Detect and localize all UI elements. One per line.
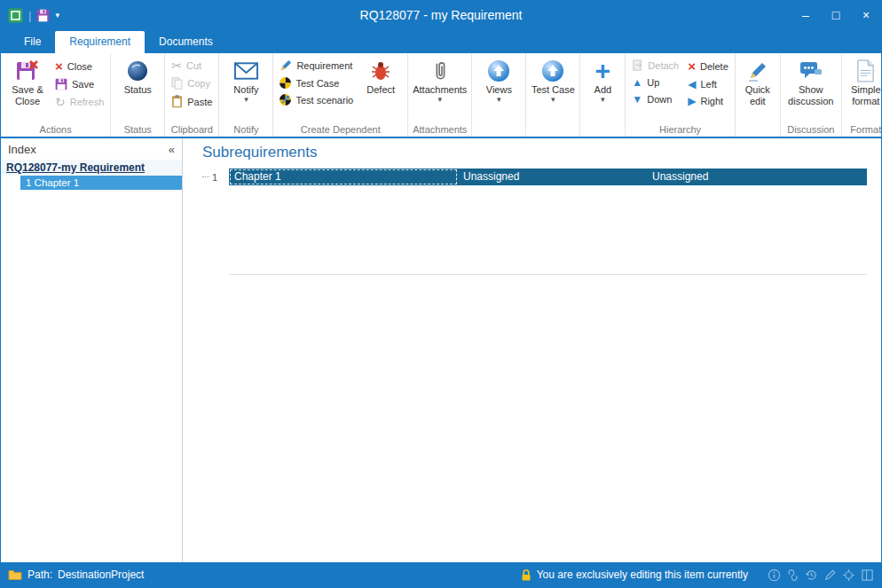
group-label-views	[475, 124, 523, 137]
section-divider	[229, 274, 867, 275]
detach-label: Detach	[648, 60, 679, 71]
show-discussion-button[interactable]: Show discussion	[784, 55, 839, 107]
tree-line	[202, 176, 209, 177]
delete-label: Delete	[700, 61, 728, 72]
window-controls: – □ ×	[791, 1, 881, 29]
create-requirement-label: Requirement	[296, 60, 352, 71]
group-label-test-case	[529, 124, 577, 137]
create-test-case-label: Test Case	[295, 78, 339, 89]
quick-save-icon[interactable]	[36, 9, 50, 22]
quick-edit-button[interactable]: Quick edit	[738, 55, 777, 107]
sidebar-title: Index	[8, 143, 36, 156]
ribbon-group-create-dependent: Requirement Test Case Test scenario	[273, 53, 408, 137]
edit-pen-icon[interactable]	[823, 568, 837, 582]
move-down-button[interactable]: ▼ Down	[628, 92, 682, 106]
paste-button[interactable]: Paste	[168, 93, 216, 110]
window-title: RQ128077 - my Requirement	[1, 8, 881, 22]
group-label-add	[583, 124, 622, 137]
ribbon: Save & Close × Close Save ↻	[1, 53, 881, 138]
row-index-number: 1	[212, 172, 217, 183]
group-label-create-dependent: Create Dependent	[276, 124, 405, 137]
views-button[interactable]: Views ▾	[475, 55, 523, 105]
history-icon[interactable]	[805, 568, 818, 582]
copy-button[interactable]: Copy	[168, 75, 216, 91]
views-dropdown-icon: ▾	[497, 96, 501, 104]
layout-icon[interactable]	[861, 568, 874, 582]
create-test-case-button[interactable]: Test Case	[276, 75, 357, 90]
close-button[interactable]: ×	[851, 1, 881, 29]
lock-icon	[521, 568, 532, 582]
quick-access-toolbar: | ▾	[1, 8, 59, 23]
defect-icon	[369, 58, 392, 84]
save-label: Save	[72, 79, 94, 90]
minimize-button[interactable]: –	[791, 1, 821, 29]
simple-format-button[interactable]: Simple format	[845, 55, 881, 107]
path-value[interactable]: DestinationProject	[58, 568, 144, 581]
tab-file[interactable]: File	[10, 31, 55, 53]
add-button[interactable]: + Add ▾	[583, 55, 622, 105]
up-label: Up	[647, 77, 659, 88]
close-item-icon: ×	[55, 59, 63, 73]
lock-message: You are exclusively editing this item cu…	[537, 568, 748, 581]
row-status-cell[interactable]: Unassigned	[647, 169, 867, 185]
attachments-dropdown-icon: ▾	[438, 96, 443, 104]
delete-button[interactable]: × Delete	[684, 58, 732, 74]
move-up-button[interactable]: ▲ Up	[628, 75, 682, 90]
group-label-status: Status	[114, 124, 161, 137]
sidebar-collapse-icon[interactable]: «	[169, 143, 175, 156]
titlebar: | ▾ RQ128077 - my Requirement – □ ×	[1, 1, 881, 29]
subrequirement-row[interactable]: 1 Chapter 1 Unassigned Unassigned	[202, 169, 867, 185]
attachments-label: Attachments	[413, 84, 467, 96]
right-label: Right	[700, 96, 723, 106]
add-dropdown-icon: ▾	[601, 96, 605, 104]
tree-child-item[interactable]: 1 Chapter 1	[20, 176, 182, 190]
refresh-button[interactable]: ↻ Refresh	[51, 94, 107, 110]
qat-separator: |	[28, 9, 31, 22]
info-icon[interactable]	[768, 568, 781, 582]
create-defect-button[interactable]: Defect	[357, 55, 405, 97]
save-and-close-button[interactable]: Save & Close	[4, 55, 51, 107]
down-arrow-icon: ▼	[632, 94, 642, 105]
down-label: Down	[647, 94, 672, 105]
test-case-dropdown-icon: ▾	[551, 96, 555, 104]
left-arrow-icon: ◀	[688, 79, 696, 90]
delete-icon: ×	[688, 59, 696, 73]
qat-dropdown-icon[interactable]: ▾	[55, 12, 59, 20]
maximize-button[interactable]: □	[821, 1, 851, 29]
link-icon[interactable]	[786, 568, 799, 582]
save-and-close-icon	[16, 58, 39, 84]
create-requirement-button[interactable]: Requirement	[276, 58, 357, 74]
close-item-label: Close	[67, 61, 92, 72]
ribbon-group-clipboard: ✂ Cut Copy Paste	[165, 53, 219, 137]
test-case-label: Test Case	[532, 84, 575, 96]
app-window: | ▾ RQ128077 - my Requirement – □ × File…	[0, 0, 882, 588]
detach-button[interactable]: Detach	[628, 58, 682, 73]
notify-dropdown-icon: ▾	[244, 96, 248, 104]
create-test-scenario-button[interactable]: Test scenario	[276, 92, 357, 107]
row-cells[interactable]: Chapter 1 Unassigned Unassigned	[229, 169, 867, 185]
test-case-button[interactable]: Test Case ▾	[529, 55, 577, 105]
tab-documents[interactable]: Documents	[145, 31, 227, 53]
group-label-clipboard: Clipboard	[168, 124, 216, 137]
row-assignee-cell[interactable]: Unassigned	[458, 169, 647, 185]
save-button[interactable]: Save	[51, 76, 107, 92]
attachments-icon	[430, 58, 450, 84]
left-label: Left	[700, 79, 716, 90]
move-left-button[interactable]: ◀ Left	[684, 77, 732, 91]
status-label: Status	[124, 84, 152, 96]
ribbon-group-add: + Add ▾	[580, 53, 626, 137]
status-button[interactable]: Status	[114, 55, 161, 97]
locate-icon[interactable]	[842, 568, 855, 582]
attachments-button[interactable]: Attachments ▾	[413, 55, 468, 105]
tab-requirement[interactable]: Requirement	[55, 31, 145, 53]
group-label-quick-edit	[738, 124, 777, 137]
notify-button[interactable]: Notify ▾	[222, 55, 270, 105]
move-right-button[interactable]: ▶ Right	[684, 94, 732, 108]
cut-button[interactable]: ✂ Cut	[168, 58, 216, 74]
tree-root-item[interactable]: RQ128077-my Requirement	[1, 160, 182, 176]
app-icon[interactable]	[8, 8, 23, 23]
discussion-icon	[799, 58, 823, 84]
close-item-button[interactable]: × Close	[51, 58, 107, 74]
requirement-icon	[280, 59, 292, 72]
row-name-cell[interactable]: Chapter 1	[229, 169, 458, 185]
